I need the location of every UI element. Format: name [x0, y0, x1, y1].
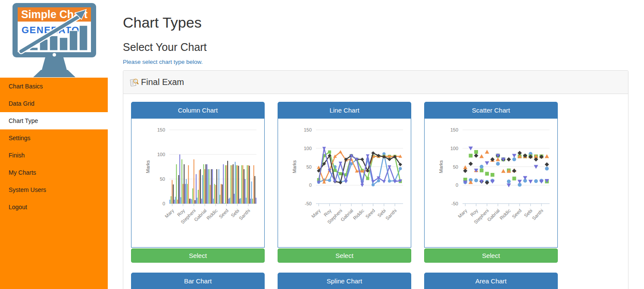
- page-subtitle: Select Your Chart: [123, 41, 628, 53]
- column-chart-preview: 050100150MaryRoyStepheniGabrialRiddicSee…: [131, 118, 265, 248]
- page-hint: Please select chart type below.: [123, 59, 628, 65]
- sidebar: Simple Chart GENERATOR Chart: [0, 0, 108, 289]
- app-logo: Simple Chart GENERATOR: [0, 0, 108, 78]
- svg-text:Seed: Seed: [218, 208, 229, 220]
- svg-text:Seed: Seed: [364, 208, 376, 220]
- svg-text:50: 50: [306, 164, 312, 170]
- svg-text:Gabrial: Gabrial: [193, 208, 208, 223]
- line-chart-preview: -50050100150MaryRoyStepheniGabrialRiddic…: [278, 118, 411, 248]
- area-chart-card-title: Area Chart: [424, 273, 558, 289]
- document-search-icon: [130, 78, 139, 87]
- logo-stand-base: [33, 70, 75, 77]
- panel-heading: Final Exam: [123, 71, 628, 94]
- svg-text:100: 100: [157, 152, 165, 157]
- column-chart-card: Column Chart 050100150MaryRoyStepheniGab…: [131, 102, 265, 263]
- svg-text:Marks: Marks: [438, 160, 444, 173]
- select-column-chart-button[interactable]: Select: [131, 248, 265, 263]
- sidebar-item-chart-basics[interactable]: Chart Basics: [0, 78, 108, 95]
- main-content: Chart Types Select Your Chart Please sel…: [108, 15, 644, 289]
- svg-text:100: 100: [450, 146, 458, 151]
- area-chart-card: Area Chart: [424, 273, 558, 289]
- svg-text:Gabrial: Gabrial: [340, 208, 354, 223]
- scatter-chart-card: Scatter Chart -50050100150MaryRoyStephen…: [424, 102, 558, 263]
- svg-text:50: 50: [453, 164, 458, 170]
- svg-text:150: 150: [157, 127, 165, 132]
- svg-text:0: 0: [163, 201, 165, 206]
- app-logo-image: Simple Chart GENERATOR: [6, 2, 103, 78]
- svg-text:Gabrial: Gabrial: [486, 208, 501, 223]
- svg-text:100: 100: [304, 146, 312, 151]
- svg-text:Riddic: Riddic: [499, 208, 512, 221]
- svg-text:-50: -50: [451, 201, 458, 206]
- svg-text:Santhi: Santhi: [238, 208, 251, 221]
- svg-text:Mary: Mary: [457, 208, 468, 219]
- svg-text:Marks: Marks: [292, 160, 297, 173]
- panel-body: Column Chart 050100150MaryRoyStepheniGab…: [123, 94, 628, 289]
- svg-text:Mary: Mary: [164, 208, 175, 219]
- svg-text:150: 150: [450, 127, 458, 132]
- logo-stand-neck: [42, 57, 67, 70]
- page-title: Chart Types: [123, 15, 628, 31]
- spline-chart-card-title: Spline Chart: [278, 273, 411, 289]
- logo-power-dot: [53, 53, 56, 57]
- select-scatter-chart-button[interactable]: Select: [424, 248, 558, 263]
- svg-text:Santhi: Santhi: [531, 208, 544, 221]
- svg-text:Seed: Seed: [511, 208, 522, 220]
- column-chart-card-title: Column Chart: [131, 102, 265, 118]
- scatter-chart-svg: -50050100150MaryRoyStepheniGabrialRiddic…: [425, 119, 557, 247]
- svg-text:Riddic: Riddic: [352, 208, 365, 221]
- svg-text:50: 50: [160, 176, 165, 182]
- svg-text:Mary: Mary: [310, 208, 322, 219]
- sidebar-item-chart-type[interactable]: Chart Type: [0, 112, 108, 129]
- scatter-chart-card-title: Scatter Chart: [424, 102, 558, 118]
- sidebar-item-system-users[interactable]: System Users: [0, 181, 108, 198]
- bar-chart-card-title: Bar Chart: [131, 273, 265, 289]
- svg-text:Marks: Marks: [145, 160, 150, 173]
- select-line-chart-button[interactable]: Select: [278, 248, 411, 263]
- sidebar-item-finish[interactable]: Finish: [0, 147, 108, 164]
- sidebar-nav: Chart Basics Data Grid Chart Type Settin…: [0, 78, 108, 289]
- sidebar-item-data-grid[interactable]: Data Grid: [0, 95, 108, 112]
- bar-chart-card: Bar Chart: [131, 273, 265, 289]
- sidebar-item-settings[interactable]: Settings: [0, 129, 108, 147]
- line-chart-card: Line Chart -50050100150MaryRoyStepheniGa…: [278, 102, 411, 263]
- line-chart-card-title: Line Chart: [278, 102, 411, 118]
- cards-row-1: Column Chart 050100150MaryRoyStepheniGab…: [131, 102, 620, 263]
- sidebar-item-logout[interactable]: Logout: [0, 198, 108, 216]
- svg-text:-50: -50: [305, 201, 312, 206]
- svg-text:0: 0: [456, 183, 458, 188]
- line-chart-svg: -50050100150MaryRoyStepheniGabrialRiddic…: [278, 119, 411, 247]
- panel-title: Final Exam: [141, 77, 184, 87]
- cards-row-2: Bar Chart Spline Chart Area Chart: [131, 273, 620, 289]
- svg-text:Santhi: Santhi: [385, 208, 398, 221]
- svg-text:150: 150: [304, 127, 312, 132]
- column-chart-svg: 050100150MaryRoyStepheniGabrialRiddicSee…: [131, 119, 264, 247]
- svg-text:0: 0: [309, 183, 312, 188]
- chart-type-panel: Final Exam Column Chart 050100150MaryRoy…: [123, 70, 628, 289]
- spline-chart-card: Spline Chart: [278, 273, 411, 289]
- svg-text:Riddic: Riddic: [206, 208, 219, 221]
- scatter-chart-preview: -50050100150MaryRoyStepheniGabrialRiddic…: [424, 118, 558, 248]
- sidebar-item-my-charts[interactable]: My Charts: [0, 164, 108, 181]
